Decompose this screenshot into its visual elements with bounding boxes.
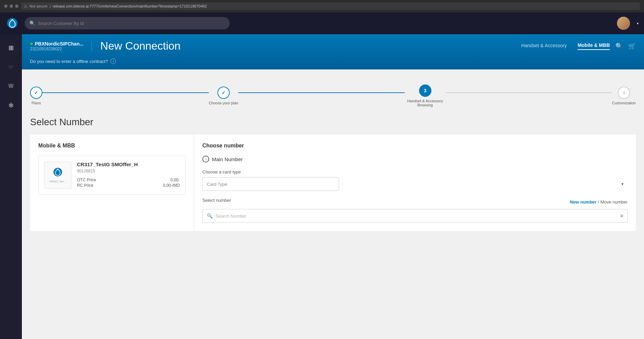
customer-status: PBXNordicSIPChan... xyxy=(30,41,83,47)
browser-dot-3 xyxy=(15,4,18,8)
step-line-1 xyxy=(42,92,209,93)
product-logo-icon xyxy=(53,167,63,179)
security-warning-icon: ⚠ xyxy=(24,4,27,9)
search-number-bar: 🔍 ≡ xyxy=(202,209,628,223)
asterisk-icon: ✱ xyxy=(8,101,14,109)
browser-dot-1 xyxy=(4,4,8,8)
card-type-section: Choose a card type Card Type SIM eSIM ▾ xyxy=(202,169,628,191)
browser-icons xyxy=(4,4,18,8)
search-input[interactable] xyxy=(38,21,225,26)
page-header-sub: Do you need to enter a offline contract?… xyxy=(30,55,636,69)
choose-number-title: Choose number xyxy=(202,143,628,149)
search-icon: 🔍 xyxy=(29,21,35,26)
otc-value: 0,00- xyxy=(171,178,180,182)
otc-label: OTC Price xyxy=(77,178,96,182)
select-number-header: Select number New number / Move number xyxy=(202,198,628,206)
select-number-heading: Select Number xyxy=(30,117,636,128)
sidebar-item-w[interactable]: W xyxy=(3,78,19,94)
minus-icon: − xyxy=(204,157,207,161)
step-3: 3 Handset & Accessory Browsing xyxy=(405,84,446,107)
card-type-select[interactable]: Card Type SIM eSIM xyxy=(202,177,339,191)
top-search-bar[interactable]: 🔍 xyxy=(25,17,230,29)
step-label-3: Handset & Accessory Browsing xyxy=(405,99,446,107)
step-2: ✓ Choose your plan xyxy=(209,87,238,105)
move-number-link[interactable]: Move number xyxy=(601,199,628,205)
nav-item-mobile[interactable]: Mobile & MBB xyxy=(578,42,610,50)
top-nav: 🔍 ▾ xyxy=(0,12,644,34)
address-bar[interactable]: ⚠ Not secure | release.crm.telenor.ai:77… xyxy=(21,2,640,10)
product-name: CR317_TestG SMOffer_H xyxy=(77,161,180,167)
offline-question: Do you need to enter a offline contract? xyxy=(30,59,108,64)
cart-icon[interactable]: 🛒 xyxy=(628,42,636,50)
status-dot xyxy=(30,42,33,45)
step-circle-3: 3 xyxy=(419,84,431,97)
main-number-label: Main Number xyxy=(212,156,243,162)
main-number-header: − Main Number xyxy=(202,156,628,162)
search-number-input[interactable] xyxy=(215,213,618,219)
customer-name: PBXNordicSIPChan... xyxy=(35,41,83,47)
card-type-chevron-icon: ▾ xyxy=(621,182,623,186)
grid-icon: ⊞ xyxy=(9,44,14,52)
header-nav: Handset & Accessory Mobile & MBB xyxy=(521,42,610,50)
select-number-label: Select number xyxy=(202,198,231,203)
svg-point-1 xyxy=(12,19,13,21)
step-circle-1: ✓ xyxy=(30,87,42,99)
rc-value: 0,00-/MD xyxy=(163,183,180,188)
info-icon[interactable]: i xyxy=(110,58,116,64)
logo xyxy=(5,16,19,30)
search-icon[interactable]: 🔍 xyxy=(615,42,623,50)
content-area: PBXNordicSIPChan... 23210919238022 New C… xyxy=(22,34,644,339)
sidebar-item-asterisk[interactable]: ✱ xyxy=(3,97,19,114)
step-label-2: Choose your plan xyxy=(209,101,238,105)
avatar[interactable] xyxy=(617,17,630,30)
step-line-2 xyxy=(238,92,405,93)
page-content: ✓ Plans ✓ Choose your plan 3 Hand xyxy=(22,69,644,339)
security-label: Not secure xyxy=(29,4,48,8)
select-number-section: Select number New number / Move number 🔍 xyxy=(202,198,628,223)
checkmark-icon-1: ✓ xyxy=(34,90,38,95)
browser-bar: ⚠ Not secure | release.crm.telenor.ai:77… xyxy=(0,0,644,12)
filter-icon[interactable]: ≡ xyxy=(620,213,623,219)
step-circle-4: 4 xyxy=(618,87,630,99)
product-image: CR317_Tes... xyxy=(44,161,71,189)
page-title: New Connection xyxy=(100,40,521,52)
right-panel: Choose number − Main Number Choose a car… xyxy=(194,134,636,231)
collapse-main-number-button[interactable]: − xyxy=(202,156,209,162)
product-pricing: OTC Price 0,00- RC Price 0,00-/MD xyxy=(77,178,180,188)
checkmark-icon-2: ✓ xyxy=(222,90,226,95)
step-circle-2: ✓ xyxy=(217,87,230,99)
product-card: CR317_Tes... CR317_TestG SMOffer_H 90128… xyxy=(38,156,186,195)
sidebar: ⊞ ☞ W ✱ xyxy=(0,34,22,339)
new-number-link[interactable]: New number xyxy=(570,199,596,205)
search-number-icon: 🔍 xyxy=(207,213,213,219)
step-1: ✓ Plans xyxy=(30,87,42,105)
product-info: CR317_TestG SMOffer_H 90128815 OTC Price… xyxy=(77,161,180,188)
nav-item-handset[interactable]: Handset & Accessory xyxy=(521,43,567,50)
customer-id: 23210919238022 xyxy=(30,47,83,51)
header-nav-icons: 🔍 🛒 xyxy=(615,42,636,50)
left-panel: Mobile & MBB xyxy=(30,134,194,231)
number-type-links: New number / Move number xyxy=(570,199,628,205)
two-col-layout: Mobile & MBB xyxy=(30,134,636,231)
card-type-label: Choose a card type xyxy=(202,169,628,174)
step-line-3 xyxy=(446,92,612,93)
rc-label: RC Price xyxy=(77,183,93,188)
customer-info: PBXNordicSIPChan... 23210919238022 xyxy=(30,41,92,51)
steps-container: ✓ Plans ✓ Choose your plan 3 Hand xyxy=(30,78,636,117)
avatar-image xyxy=(617,17,630,30)
card-type-select-wrapper: Card Type SIM eSIM ▾ xyxy=(202,177,628,191)
step-label-1: Plans xyxy=(31,101,41,105)
w-icon: W xyxy=(8,83,13,89)
browser-dot-2 xyxy=(10,4,13,8)
telenor-logo-icon xyxy=(6,17,18,29)
product-id: 90128815 xyxy=(77,169,180,173)
left-panel-title: Mobile & MBB xyxy=(38,143,186,149)
avatar-chevron-icon[interactable]: ▾ xyxy=(637,22,639,25)
sidebar-item-grid[interactable]: ⊞ xyxy=(3,40,19,56)
step-4: 4 Customization xyxy=(612,87,636,105)
page-header: PBXNordicSIPChan... 23210919238022 New C… xyxy=(22,34,644,69)
sidebar-item-hand[interactable]: ☞ xyxy=(3,59,19,75)
svg-point-3 xyxy=(57,169,58,170)
otc-price-row: OTC Price 0,00- xyxy=(77,178,180,182)
product-image-label: CR317_Tes... xyxy=(50,180,66,183)
